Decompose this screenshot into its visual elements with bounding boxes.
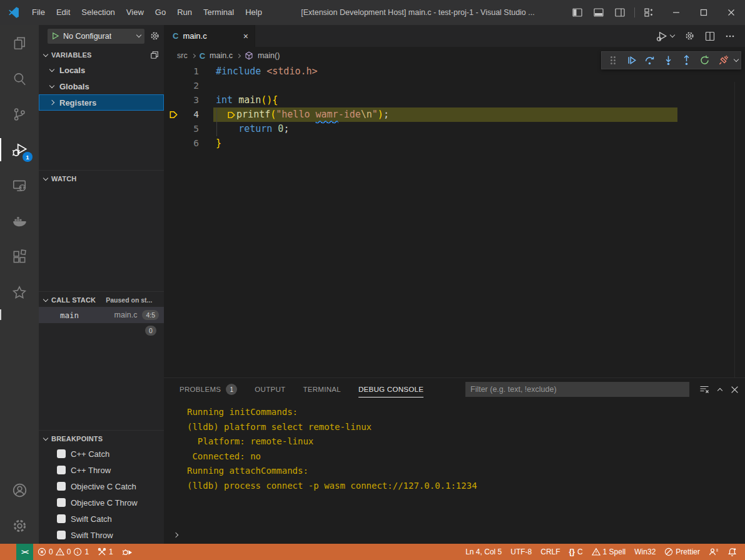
spell-checker-status[interactable]: 1 Spell: [587, 544, 631, 560]
close-tab-icon[interactable]: ×: [243, 31, 248, 41]
language-mode[interactable]: {} C: [565, 544, 587, 560]
toggle-panel-icon[interactable]: [589, 3, 608, 22]
problems-status[interactable]: 0 0 1: [33, 544, 93, 560]
favorites-star-icon[interactable]: [0, 274, 39, 310]
feedback-button[interactable]: [704, 544, 723, 560]
account-icon[interactable]: [0, 472, 39, 508]
more-actions-icon[interactable]: [725, 31, 735, 41]
breadcrumb-file[interactable]: main.c: [210, 51, 233, 60]
debug-status[interactable]: [118, 544, 137, 560]
menu-view[interactable]: View: [121, 0, 150, 25]
remote-explorer-icon[interactable]: [0, 168, 39, 203]
toggle-secondary-sidebar-icon[interactable]: [611, 3, 629, 22]
run-and-debug-icon[interactable]: 1: [0, 132, 39, 168]
search-icon[interactable]: [0, 61, 39, 96]
line-number[interactable]: 6: [164, 136, 199, 151]
breakpoint-objc-throw[interactable]: Objective C Throw: [39, 494, 164, 511]
toolbar-drag-grip[interactable]: [604, 52, 621, 68]
notifications-button[interactable]: [723, 544, 741, 560]
checkbox[interactable]: [57, 466, 66, 474]
split-editor-icon[interactable]: [705, 31, 715, 41]
line-number[interactable]: 5: [164, 122, 199, 136]
source-control-icon[interactable]: [0, 96, 39, 132]
breakpoint-objc-catch[interactable]: Objective C Catch: [39, 478, 164, 494]
tab-output[interactable]: OUTPUT: [255, 378, 285, 401]
debug-config-dropdown[interactable]: No Configurat: [48, 29, 144, 44]
tab-problems[interactable]: PROBLEMS 1: [180, 378, 237, 401]
checkbox[interactable]: [57, 449, 66, 458]
variables-scope-globals[interactable]: Globals: [39, 78, 164, 94]
start-debug-icon[interactable]: [51, 32, 59, 40]
disconnect-button[interactable]: [715, 52, 732, 68]
scrollbar-edge[interactable]: [734, 82, 735, 378]
variables-header[interactable]: VARIABLES: [39, 47, 164, 62]
breakpoint-cpp-catch[interactable]: C++ Catch: [39, 446, 164, 462]
stack-frame-row[interactable]: main main.c 4:5: [39, 307, 164, 323]
call-stack-header[interactable]: CALL STACK Paused on st...: [39, 292, 164, 307]
variables-scope-locals[interactable]: Locals: [39, 62, 164, 78]
clear-console-icon[interactable]: [699, 384, 709, 394]
platform-status[interactable]: Win32: [630, 544, 660, 560]
breakpoint-swift-catch[interactable]: Swift Catch: [39, 511, 164, 527]
remote-indicator[interactable]: ><: [16, 544, 33, 560]
variables-scope-registers[interactable]: Registers: [39, 94, 164, 111]
ports-status[interactable]: 1: [93, 544, 118, 560]
line-number[interactable]: 3: [164, 93, 199, 108]
line-number[interactable]: 1: [164, 64, 199, 79]
debug-settings-gear-icon[interactable]: [150, 31, 160, 41]
breakpoint-cpp-throw[interactable]: C++ Throw: [39, 462, 164, 478]
tab-main-c[interactable]: C main.c ×: [164, 25, 255, 47]
editor-gear-icon[interactable]: [684, 31, 695, 41]
run-or-debug-button[interactable]: [656, 31, 674, 42]
breadcrumb-folder[interactable]: src: [177, 51, 188, 60]
maximize-panel-icon[interactable]: [717, 388, 722, 393]
formatter-status[interactable]: Prettier: [660, 544, 704, 560]
customize-layout-icon[interactable]: [640, 3, 659, 22]
chevron-down-icon: [670, 32, 675, 38]
debug-console-output[interactable]: Running initCommands: (lldb) platform se…: [164, 401, 745, 528]
line-number[interactable]: 2: [164, 79, 199, 93]
tab-debug-console[interactable]: DEBUG CONSOLE: [358, 378, 423, 401]
minimize-button[interactable]: [662, 0, 690, 25]
explorer-icon[interactable]: [0, 25, 39, 61]
restart-button[interactable]: [696, 52, 713, 68]
breadcrumb-symbol[interactable]: main(): [258, 51, 280, 60]
checkbox[interactable]: [57, 498, 66, 507]
maximize-button[interactable]: [690, 0, 717, 25]
copy-value-icon[interactable]: [150, 51, 159, 59]
continue-button[interactable]: [622, 52, 639, 68]
tab-terminal[interactable]: TERMINAL: [303, 378, 341, 401]
step-over-button[interactable]: [641, 52, 658, 68]
eol-sequence[interactable]: CRLF: [536, 544, 564, 560]
debug-console-input[interactable]: [164, 528, 745, 544]
settings-gear-icon[interactable]: [0, 508, 39, 544]
menu-edit[interactable]: Edit: [51, 0, 76, 25]
toggle-sidebar-icon[interactable]: [568, 3, 587, 22]
code-editor[interactable]: 1 #include <stdio.h> 2 3 int main(){ 4 p…: [164, 64, 745, 378]
extensions-icon[interactable]: [0, 239, 39, 274]
step-into-button[interactable]: [659, 52, 676, 68]
menu-help[interactable]: Help: [240, 0, 268, 25]
chevron-down-icon[interactable]: [734, 57, 739, 62]
menu-file[interactable]: File: [26, 0, 51, 25]
session-row[interactable]: 0: [39, 323, 164, 338]
step-out-button[interactable]: [678, 52, 695, 68]
cursor-position[interactable]: Ln 4, Col 5: [461, 544, 506, 560]
vscode-logo-icon: [8, 6, 20, 19]
checkbox[interactable]: [57, 482, 66, 491]
console-filter-input[interactable]: [465, 382, 689, 397]
menu-selection[interactable]: Selection: [76, 0, 120, 25]
menu-go[interactable]: Go: [150, 0, 171, 25]
watch-header[interactable]: WATCH: [39, 171, 164, 186]
docker-icon[interactable]: [0, 203, 39, 239]
breakpoint-swift-throw[interactable]: Swift Throw: [39, 527, 164, 543]
close-window-button[interactable]: [717, 0, 745, 25]
encoding-label: UTF-8: [510, 548, 532, 556]
menu-run[interactable]: Run: [171, 0, 198, 25]
checkbox[interactable]: [57, 531, 66, 539]
close-panel-icon[interactable]: [731, 386, 739, 394]
menu-terminal[interactable]: Terminal: [198, 0, 240, 25]
breakpoints-header[interactable]: BREAKPOINTS: [39, 431, 164, 446]
encoding[interactable]: UTF-8: [506, 544, 536, 560]
checkbox[interactable]: [57, 514, 66, 523]
